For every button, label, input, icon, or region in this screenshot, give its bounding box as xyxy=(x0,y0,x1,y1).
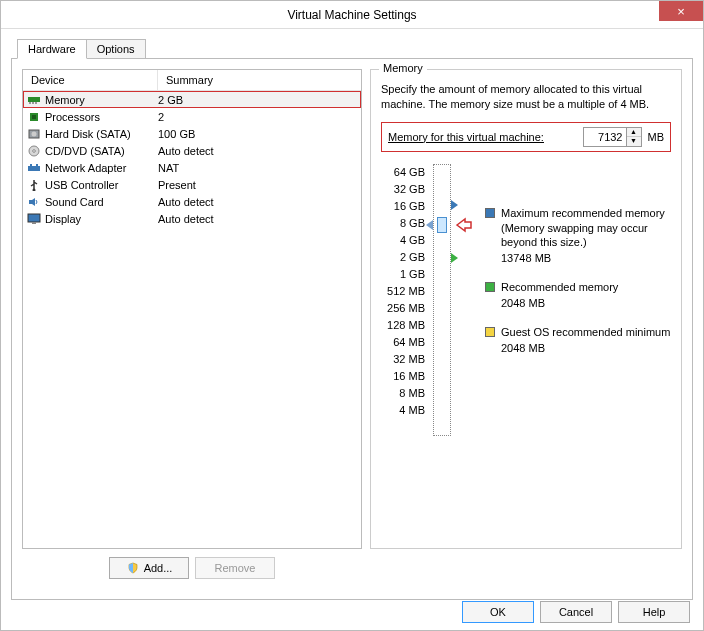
device-summary: Auto detect xyxy=(158,196,357,208)
device-row-hdd[interactable]: Hard Disk (SATA)100 GB xyxy=(23,125,361,142)
marker-current xyxy=(426,220,433,230)
remove-button: Remove xyxy=(195,557,275,579)
memory-input-label: Memory for this virtual machine: xyxy=(388,131,544,143)
device-summary: Auto detect xyxy=(158,145,357,157)
tab-options[interactable]: Options xyxy=(86,39,146,59)
usb-icon xyxy=(27,179,41,191)
window-title: Virtual Machine Settings xyxy=(287,8,416,22)
help-button[interactable]: Help xyxy=(618,601,690,623)
marker-max xyxy=(451,200,458,210)
add-button[interactable]: Add... xyxy=(109,557,189,579)
svg-rect-14 xyxy=(28,214,40,222)
device-name: CD/DVD (SATA) xyxy=(45,145,125,157)
device-name: Processors xyxy=(45,111,100,123)
cancel-button[interactable]: Cancel xyxy=(540,601,612,623)
col-device[interactable]: Device xyxy=(23,70,158,90)
legend-rec-title: Recommended memory xyxy=(501,280,618,295)
device-row-net[interactable]: Network AdapterNAT xyxy=(23,159,361,176)
memory-description: Specify the amount of memory allocated t… xyxy=(381,82,671,112)
svg-point-7 xyxy=(32,131,37,136)
svg-rect-10 xyxy=(28,166,40,171)
memory-spinner[interactable]: ▲ ▼ xyxy=(583,127,642,147)
swatch-guest xyxy=(485,327,495,337)
device-summary: 2 GB xyxy=(158,94,357,106)
tab-hardware[interactable]: Hardware xyxy=(17,39,87,59)
svg-rect-3 xyxy=(35,102,37,104)
device-name: USB Controller xyxy=(45,179,118,191)
slider-tick: 8 GB xyxy=(400,215,425,232)
slider-tick: 2 GB xyxy=(400,249,425,266)
svg-rect-12 xyxy=(36,164,38,166)
device-row-usb[interactable]: USB ControllerPresent xyxy=(23,176,361,193)
slider-tick: 4 GB xyxy=(400,232,425,249)
legend-rec-value: 2048 MB xyxy=(501,297,671,309)
svg-rect-0 xyxy=(28,97,40,102)
slider-tick: 512 MB xyxy=(387,283,425,300)
device-row-memory[interactable]: Memory2 GB xyxy=(23,91,361,108)
close-icon: × xyxy=(677,5,685,18)
slider-tick-labels: 64 GB 32 GB 16 GB 8 GB 4 GB 2 GB 1 GB 51… xyxy=(381,164,425,436)
shield-icon xyxy=(126,562,140,574)
memory-group: Memory Specify the amount of memory allo… xyxy=(370,69,682,549)
slider-tick: 32 MB xyxy=(393,351,425,368)
device-name: Sound Card xyxy=(45,196,104,208)
cd-icon xyxy=(27,145,41,157)
svg-rect-15 xyxy=(32,222,36,224)
swatch-max xyxy=(485,208,495,218)
spinner-up[interactable]: ▲ xyxy=(627,128,641,137)
svg-point-9 xyxy=(33,149,36,152)
slider-tick: 256 MB xyxy=(387,300,425,317)
svg-rect-11 xyxy=(30,164,32,166)
spinner-down[interactable]: ▼ xyxy=(627,137,641,146)
legend-guest-title: Guest OS recommended minimum xyxy=(501,325,670,340)
memory-value-input[interactable] xyxy=(584,129,626,145)
slider-tick: 4 MB xyxy=(399,402,425,419)
legend-max-value: 13748 MB xyxy=(501,252,671,264)
remove-label: Remove xyxy=(215,562,256,574)
slider-tick: 16 MB xyxy=(393,368,425,385)
legend-max-note: (Memory swapping may occur beyond this s… xyxy=(501,221,671,251)
memory-slider[interactable] xyxy=(433,164,451,436)
device-row-sound[interactable]: Sound CardAuto detect xyxy=(23,193,361,210)
svg-point-13 xyxy=(33,188,36,191)
device-row-display[interactable]: DisplayAuto detect xyxy=(23,210,361,227)
memory-unit: MB xyxy=(648,131,665,143)
device-list: Device Summary Memory2 GBProcessors2Hard… xyxy=(22,69,362,549)
device-summary: 2 xyxy=(158,111,357,123)
cpu-icon xyxy=(27,111,41,123)
slider-tick: 64 GB xyxy=(394,164,425,181)
slider-tick: 32 GB xyxy=(394,181,425,198)
memory-input-row: Memory for this virtual machine: ▲ ▼ MB xyxy=(381,122,671,152)
slider-tick: 8 MB xyxy=(399,385,425,402)
device-row-cpu[interactable]: Processors2 xyxy=(23,108,361,125)
memory-icon xyxy=(27,94,41,106)
legend-guest-value: 2048 MB xyxy=(501,342,671,354)
sound-icon xyxy=(27,196,41,208)
device-summary: 100 GB xyxy=(158,128,357,140)
slider-tick: 128 MB xyxy=(387,317,425,334)
hdd-icon xyxy=(27,128,41,140)
close-button[interactable]: × xyxy=(659,1,703,21)
device-name: Display xyxy=(45,213,81,225)
add-label: Add... xyxy=(144,562,173,574)
ok-button[interactable]: OK xyxy=(462,601,534,623)
device-summary: NAT xyxy=(158,162,357,174)
device-name: Memory xyxy=(45,94,85,106)
legend-max-title: Maximum recommended memory xyxy=(501,206,671,221)
svg-rect-5 xyxy=(32,115,36,119)
slider-thumb[interactable] xyxy=(437,217,447,233)
device-name: Network Adapter xyxy=(45,162,126,174)
svg-rect-2 xyxy=(32,102,34,104)
device-summary: Present xyxy=(158,179,357,191)
svg-rect-1 xyxy=(29,102,31,104)
memory-group-title: Memory xyxy=(379,62,427,74)
swatch-rec xyxy=(485,282,495,292)
col-summary[interactable]: Summary xyxy=(158,70,361,90)
device-summary: Auto detect xyxy=(158,213,357,225)
device-row-cd[interactable]: CD/DVD (SATA)Auto detect xyxy=(23,142,361,159)
marker-recommended xyxy=(451,253,458,263)
slider-tick: 16 GB xyxy=(394,198,425,215)
device-name: Hard Disk (SATA) xyxy=(45,128,131,140)
slider-tick: 1 GB xyxy=(400,266,425,283)
red-arrow-icon xyxy=(455,216,475,236)
